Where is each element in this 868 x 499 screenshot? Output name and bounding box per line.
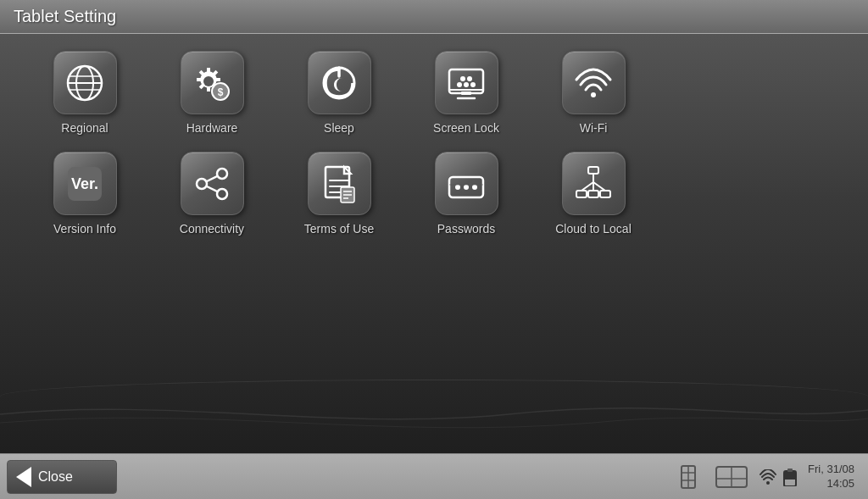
- globe-icon: [64, 63, 105, 103]
- svg-point-23: [197, 179, 207, 189]
- datetime-display: Fri, 31/08 14:05: [808, 463, 854, 491]
- item-sleep[interactable]: Sleep: [288, 51, 390, 135]
- icon-box-connectivity: [181, 152, 244, 215]
- icon-row-2: Ver. Version Info Connectivity: [34, 152, 834, 236]
- svg-rect-40: [588, 167, 598, 174]
- icon-box-screen-lock: [435, 51, 498, 114]
- wifi-icon: [573, 63, 614, 103]
- svg-line-26: [207, 186, 217, 191]
- icon-box-passwords: [435, 152, 498, 215]
- svg-line-25: [207, 176, 217, 181]
- label-connectivity: Connectivity: [180, 222, 244, 236]
- touchpad-icon: [715, 465, 748, 489]
- item-regional[interactable]: Regional: [34, 51, 136, 135]
- battery-icon: [782, 468, 798, 486]
- gear-coin-icon: $: [192, 63, 232, 103]
- svg-point-17: [457, 82, 462, 87]
- svg-point-14: [460, 76, 465, 81]
- svg-point-24: [217, 189, 227, 199]
- status-icons: [759, 468, 798, 486]
- svg-point-16: [464, 82, 469, 87]
- svg-point-15: [467, 76, 472, 81]
- icon-row-1: Regional $ Hardware: [34, 51, 834, 135]
- item-screen-lock[interactable]: Screen Lock: [415, 51, 517, 135]
- wave-decoration: [0, 380, 868, 448]
- svg-rect-42: [588, 191, 598, 197]
- device-icons: [681, 465, 748, 489]
- svg-rect-57: [785, 472, 795, 480]
- document-icon: [319, 164, 359, 204]
- svg-text:$: $: [218, 86, 224, 98]
- svg-rect-12: [461, 91, 471, 95]
- time-line: 14:05: [808, 477, 854, 491]
- label-cloud-to-local: Cloud to Local: [555, 222, 632, 236]
- svg-point-18: [470, 82, 476, 87]
- power-sleep-icon: [319, 63, 359, 103]
- svg-point-22: [217, 169, 227, 179]
- screen-lock-icon: [446, 63, 487, 103]
- version-icon: Ver.: [64, 164, 105, 204]
- icon-box-wifi: [562, 51, 626, 114]
- passwords-icon: [446, 164, 487, 204]
- svg-rect-56: [787, 469, 793, 472]
- header: Tablet Setting: [0, 0, 868, 34]
- svg-rect-43: [600, 191, 610, 197]
- close-button[interactable]: Close: [7, 460, 117, 494]
- main-content: Regional $ Hardware: [0, 34, 868, 252]
- item-version-info[interactable]: Ver. Version Info: [34, 152, 136, 236]
- wifi-status-icon: [759, 469, 777, 485]
- network-icon: [573, 164, 614, 204]
- svg-line-46: [593, 182, 605, 191]
- item-cloud-to-local[interactable]: Cloud to Local: [542, 152, 644, 236]
- bottom-bar: Close: [0, 453, 868, 499]
- item-hardware[interactable]: $ Hardware: [161, 51, 263, 135]
- item-wifi[interactable]: Wi-Fi: [542, 51, 644, 135]
- svg-point-5: [203, 76, 214, 86]
- bottom-right-area: Fri, 31/08 14:05: [681, 463, 854, 491]
- close-label: Close: [38, 469, 73, 485]
- svg-rect-41: [576, 191, 587, 197]
- item-passwords[interactable]: Passwords: [415, 152, 517, 236]
- icon-box-terms: [308, 152, 371, 215]
- svg-rect-39: [449, 184, 483, 186]
- label-hardware: Hardware: [186, 121, 238, 135]
- item-connectivity[interactable]: Connectivity: [161, 152, 263, 236]
- label-screen-lock: Screen Lock: [433, 121, 499, 135]
- svg-line-45: [581, 182, 593, 191]
- label-terms-of-use: Terms of Use: [304, 222, 374, 236]
- item-terms-of-use[interactable]: Terms of Use: [288, 152, 390, 236]
- icon-box-regional: [53, 51, 117, 114]
- close-arrow-icon: [16, 467, 31, 487]
- grid-icon: [681, 465, 711, 489]
- label-sleep: Sleep: [324, 121, 354, 135]
- icon-box-sleep: [308, 51, 371, 114]
- date-line: Fri, 31/08: [808, 463, 854, 477]
- icon-box-cloud-to-local: [562, 152, 626, 215]
- icon-box-version: Ver.: [53, 152, 117, 215]
- label-wifi: Wi-Fi: [580, 121, 608, 135]
- svg-text:Ver.: Ver.: [71, 175, 98, 192]
- connectivity-icon: [192, 164, 232, 204]
- svg-point-54: [766, 481, 770, 485]
- label-version-info: Version Info: [53, 222, 116, 236]
- label-passwords: Passwords: [437, 222, 495, 236]
- svg-point-19: [591, 92, 596, 97]
- icon-box-hardware: $: [181, 51, 244, 114]
- label-regional: Regional: [61, 121, 108, 135]
- page-title: Tablet Setting: [14, 7, 116, 25]
